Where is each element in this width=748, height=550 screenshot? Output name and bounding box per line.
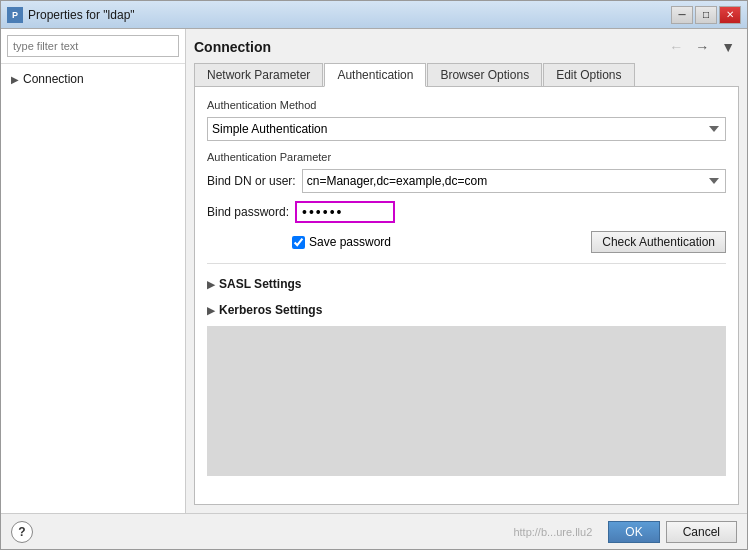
nav-dropdown-button[interactable]: ▼ [717, 37, 739, 57]
tab-browser-options[interactable]: Browser Options [427, 63, 542, 86]
bind-password-row: Bind password: [207, 201, 726, 223]
window-icon-letter: P [12, 10, 18, 20]
tree-arrow-icon: ▶ [11, 74, 19, 85]
tab-edit-options[interactable]: Edit Options [543, 63, 634, 86]
main-window: P Properties for "ldap" ─ □ ✕ ▶ Connecti… [0, 0, 748, 550]
auth-param-section: Authentication Parameter Bind DN or user… [207, 151, 726, 253]
check-save-row: Save password Check Authentication [292, 231, 726, 253]
window-icon: P [7, 7, 23, 23]
bind-dn-row: Bind DN or user: cn=Manager,dc=example,d… [207, 169, 726, 193]
help-button[interactable]: ? [11, 521, 33, 543]
window-content: ▶ Connection Connection ← → ▼ Network Pa… [1, 29, 747, 513]
close-button[interactable]: ✕ [719, 6, 741, 24]
minimize-button[interactable]: ─ [671, 6, 693, 24]
kerberos-arrow-icon: ▶ [207, 305, 215, 316]
auth-param-label: Authentication Parameter [207, 151, 726, 163]
authentication-tab-content: Authentication Method Simple Authenticat… [194, 87, 739, 505]
main-panel: Connection ← → ▼ Network Parameter Authe… [186, 29, 747, 513]
tab-authentication[interactable]: Authentication [324, 63, 426, 87]
nav-back-button[interactable]: ← [665, 37, 687, 57]
kerberos-settings-label: Kerberos Settings [219, 303, 322, 317]
save-password-checkbox[interactable] [292, 236, 305, 249]
sasl-settings-section: ▶ SASL Settings [207, 274, 726, 294]
maximize-button[interactable]: □ [695, 6, 717, 24]
auth-method-section: Authentication Method Simple Authenticat… [207, 99, 726, 141]
auth-method-select[interactable]: Simple Authentication [207, 117, 726, 141]
bind-password-label: Bind password: [207, 205, 289, 219]
sidebar-item-connection[interactable]: ▶ Connection [7, 70, 179, 88]
save-password-check: Save password [292, 235, 391, 249]
auth-method-label: Authentication Method [207, 99, 726, 111]
sidebar-item-label: Connection [23, 72, 84, 86]
kerberos-settings-header[interactable]: ▶ Kerberos Settings [207, 300, 726, 320]
bottom-right: http://b...ure.llu2 OK Cancel [513, 521, 737, 543]
nav-buttons: ← → ▼ [665, 37, 739, 57]
filter-box [1, 29, 185, 64]
tabs-container: Network Parameter Authentication Browser… [194, 63, 739, 87]
cancel-button[interactable]: Cancel [666, 521, 737, 543]
bind-password-input[interactable] [295, 201, 395, 223]
gray-area [207, 326, 726, 476]
panel-title: Connection [194, 39, 271, 55]
tab-network-parameter[interactable]: Network Parameter [194, 63, 323, 86]
sasl-settings-label: SASL Settings [219, 277, 301, 291]
sasl-arrow-icon: ▶ [207, 279, 215, 290]
filter-input[interactable] [7, 35, 179, 57]
window-title: Properties for "ldap" [28, 8, 671, 22]
save-password-label: Save password [309, 235, 391, 249]
sasl-settings-header[interactable]: ▶ SASL Settings [207, 274, 726, 294]
check-authentication-button[interactable]: Check Authentication [591, 231, 726, 253]
tree-area: ▶ Connection [1, 64, 185, 513]
sidebar: ▶ Connection [1, 29, 186, 513]
divider-1 [207, 263, 726, 264]
title-bar: P Properties for "ldap" ─ □ ✕ [1, 1, 747, 29]
url-hint: http://b...ure.llu2 [513, 526, 592, 538]
nav-forward-button[interactable]: → [691, 37, 713, 57]
ok-button[interactable]: OK [608, 521, 659, 543]
kerberos-settings-section: ▶ Kerberos Settings [207, 300, 726, 320]
bind-dn-select[interactable]: cn=Manager,dc=example,dc=com [302, 169, 726, 193]
bind-dn-label: Bind DN or user: [207, 174, 296, 188]
bottom-bar: ? http://b...ure.llu2 OK Cancel [1, 513, 747, 549]
window-controls: ─ □ ✕ [671, 6, 741, 24]
panel-header: Connection ← → ▼ [194, 37, 739, 57]
